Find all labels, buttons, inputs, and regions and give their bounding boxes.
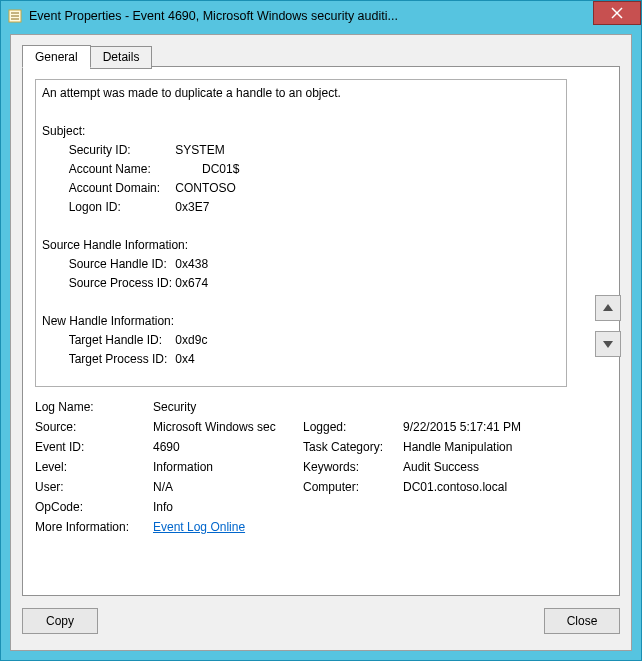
label-keywords: Keywords: — [303, 457, 403, 477]
arrow-down-icon — [602, 338, 614, 350]
value-event-id: 4690 — [153, 437, 303, 457]
link-event-log-online[interactable]: Event Log Online — [153, 520, 245, 534]
copy-button[interactable]: Copy — [22, 608, 98, 634]
close-icon — [611, 7, 623, 19]
svg-marker-7 — [603, 341, 613, 348]
tab-panel-general: An attempt was made to duplicate a handl… — [22, 66, 620, 596]
label-event-id: Event ID: — [35, 437, 153, 457]
label-task-category: Task Category: — [303, 437, 403, 457]
tab-general[interactable]: General — [22, 45, 91, 68]
label-user: User: — [35, 477, 153, 497]
side-nav-buttons — [595, 295, 621, 357]
arrow-up-icon — [602, 302, 614, 314]
svg-marker-6 — [603, 304, 613, 311]
tab-details[interactable]: Details — [90, 46, 153, 69]
titlebar: Event Properties - Event 4690, Microsoft… — [1, 1, 641, 31]
value-level: Information — [153, 457, 303, 477]
value-logged: 9/22/2015 5:17:41 PM — [403, 417, 580, 437]
value-user: N/A — [153, 477, 303, 497]
label-computer: Computer: — [303, 477, 403, 497]
value-opcode: Info — [153, 497, 303, 517]
event-fields: Log Name: Security Source: Microsoft Win… — [35, 397, 580, 537]
label-source: Source: — [35, 417, 153, 437]
label-level: Level: — [35, 457, 153, 477]
client-area: General Details An attempt was made to d… — [10, 34, 632, 651]
label-more-info: More Information: — [35, 517, 153, 537]
app-icon — [7, 8, 23, 24]
prev-event-button[interactable] — [595, 295, 621, 321]
window-title: Event Properties - Event 4690, Microsoft… — [29, 9, 641, 23]
event-description-text[interactable]: An attempt was made to duplicate a handl… — [35, 79, 567, 387]
label-log-name: Log Name: — [35, 397, 153, 417]
value-source: Microsoft Windows sec — [153, 417, 303, 437]
label-logged: Logged: — [303, 417, 403, 437]
close-button[interactable]: Close — [544, 608, 620, 634]
window-close-button[interactable] — [593, 1, 641, 25]
next-event-button[interactable] — [595, 331, 621, 357]
value-keywords: Audit Success — [403, 457, 580, 477]
tabstrip: General Details — [22, 45, 152, 68]
label-opcode: OpCode: — [35, 497, 153, 517]
value-task-category: Handle Manipulation — [403, 437, 580, 457]
event-properties-window: Event Properties - Event 4690, Microsoft… — [0, 0, 642, 661]
value-log-name: Security — [153, 397, 553, 417]
dialog-button-bar: Copy Close — [22, 608, 620, 638]
value-computer: DC01.contoso.local — [403, 477, 580, 497]
